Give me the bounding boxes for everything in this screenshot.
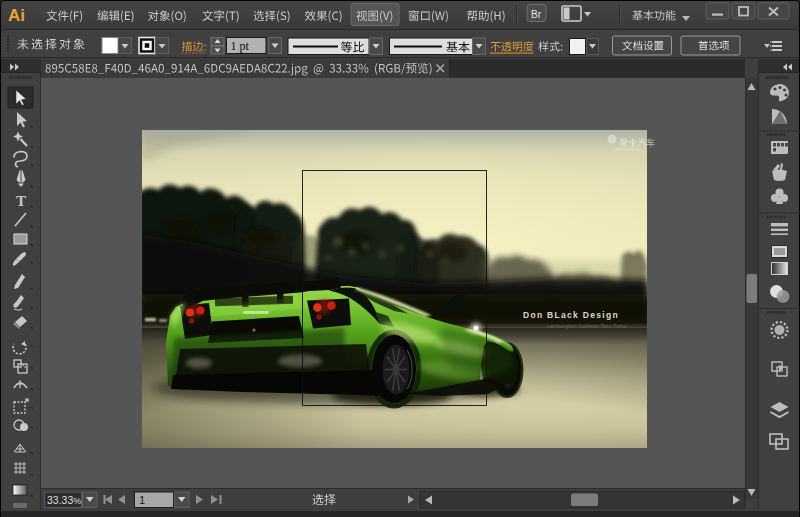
svg-text:1: 1 — [139, 494, 145, 506]
svg-text:T: T — [16, 193, 26, 209]
svg-text:1 pt: 1 pt — [231, 39, 250, 53]
svg-text:33.33%: 33.33% — [47, 494, 81, 506]
svg-text:Br: Br — [531, 9, 542, 20]
svg-text:Ai: Ai — [8, 6, 25, 25]
